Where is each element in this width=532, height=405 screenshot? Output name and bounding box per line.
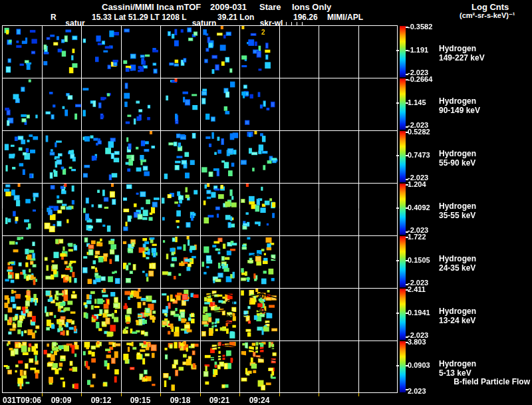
scale-mid: 0.7473 xyxy=(408,151,430,159)
colorbar-tick xyxy=(406,337,408,338)
species-label: Hydrogen xyxy=(439,96,480,106)
colorbar-tick xyxy=(406,207,408,209)
colorbar-row-6 xyxy=(400,289,406,340)
bfield-flow-label: B-field Particle Flow xyxy=(454,377,530,386)
org-label: MIMI/APL xyxy=(327,13,363,22)
channel-label-3: Hydrogen 55-90 keV xyxy=(439,149,476,168)
colorbar-row-4 xyxy=(400,184,406,235)
energy-label: 90-149 keV xyxy=(439,106,480,115)
scale-max: 3.803 xyxy=(408,338,426,346)
scale-max: 2.411 xyxy=(408,285,426,293)
scale-mid: 1.145 xyxy=(408,98,426,106)
mimi-inca-display: Cassini/MIMI Inca mTOF 2009-031 Stare Io… xyxy=(0,0,532,405)
spectrogram-panel-grid xyxy=(2,25,398,396)
spectrogram-canvas xyxy=(2,25,398,396)
time-tick-label: 09:12 xyxy=(91,396,112,405)
scale-mid: 0.0903 xyxy=(408,361,430,369)
colorbar-tick xyxy=(406,102,408,104)
colorbar-tick xyxy=(396,260,399,261)
r-label: R xyxy=(51,13,57,22)
time-tick-label: 09:15 xyxy=(130,396,151,405)
scale-max: -0.3582 xyxy=(408,23,432,31)
channel-label-7: Hydrogen 5-13 keV xyxy=(439,359,476,378)
lon-label: 39.21 Lon xyxy=(217,13,254,22)
energy-label: 149-227 keV xyxy=(439,53,485,63)
colorbar-tick xyxy=(406,389,408,390)
scale-max: 1.204 xyxy=(408,180,426,188)
scale-min: 2.023 xyxy=(408,387,426,395)
channel-label-5: Hydrogen 24-35 keV xyxy=(439,254,476,273)
species-label: Hydrogen xyxy=(439,359,476,368)
colorbar-tick xyxy=(406,284,408,285)
colorbar-tick xyxy=(406,179,408,180)
mode-label: Stare xyxy=(259,2,281,12)
scale-mid: 0.1941 xyxy=(408,309,430,317)
ion-mode-label: Ions Only xyxy=(292,2,331,12)
scale-mid: 0.4092 xyxy=(408,203,430,211)
time-tick-label: 09:24 xyxy=(249,396,270,405)
colorbar-tick xyxy=(406,365,408,366)
ephemeris-readout: 15.33 Lat 51.29 LT 1208 L xyxy=(92,13,187,22)
colorbar-tick xyxy=(406,50,408,51)
scale-max: 1.722 xyxy=(408,233,426,241)
colorbar-row-3 xyxy=(400,131,406,182)
colorbar-tick xyxy=(406,237,408,238)
colorbar-tick xyxy=(406,184,408,186)
scale-mid: 0.1505 xyxy=(408,256,430,264)
date-label: 2009-031 xyxy=(210,2,247,12)
colorbar-row-7 xyxy=(400,341,406,392)
time-tick-label: 09:18 xyxy=(170,396,191,405)
species-label: Hydrogen xyxy=(439,44,485,53)
energy-label: 55-90 keV xyxy=(439,158,476,168)
colorbar-tick xyxy=(396,102,399,104)
scale-max: -0.2664 xyxy=(408,75,432,83)
lon-value: 196.26 xyxy=(293,13,318,22)
colorbar-row-5 xyxy=(400,236,406,287)
energy-label: 5-13 keV xyxy=(439,368,476,378)
colorbar-tick xyxy=(406,79,408,80)
colorbar-row-2 xyxy=(400,78,406,130)
time-tick-label: 031T09:06 xyxy=(3,396,41,405)
channel-label-6: Hydrogen 13-24 keV xyxy=(439,307,476,325)
colorbar-tick xyxy=(396,50,399,51)
channel-label-2: Hydrogen 90-149 keV xyxy=(439,96,480,115)
colorbar-tick xyxy=(406,313,408,314)
time-tick-label: 09:21 xyxy=(209,396,230,405)
energy-label: 24-35 keV xyxy=(439,263,476,273)
colorbar-tick xyxy=(406,155,408,156)
colorbar-tick xyxy=(406,289,408,291)
colorbar-tick xyxy=(406,260,408,261)
colorbar-row-1 xyxy=(400,26,406,77)
colorbar-tick xyxy=(406,342,408,343)
time-tick-label: 09:09 xyxy=(51,396,72,405)
app-title: Cassini/MIMI Inca mTOF xyxy=(102,2,201,12)
channel-label-4: Hydrogen 35-55 keV xyxy=(439,202,476,220)
colorbar-title: Log Cnts xyxy=(471,2,509,12)
channel-label-1: Hydrogen 149-227 keV xyxy=(439,44,485,63)
energy-label: 13-24 keV xyxy=(439,316,476,325)
colorbar-tick xyxy=(406,231,408,233)
species-label: Hydrogen xyxy=(439,202,476,211)
colorbar-tick xyxy=(396,155,399,156)
species-label: Hydrogen xyxy=(439,254,476,263)
scale-mid: -1.191 xyxy=(408,46,428,54)
colorbar-tick xyxy=(406,132,408,133)
species-label: Hydrogen xyxy=(439,149,476,158)
colorbar-units: (cm²-sr-s-keV)⁻¹ xyxy=(460,11,515,20)
energy-label: 35-55 keV xyxy=(439,211,476,220)
colorbar-tick xyxy=(406,27,408,28)
colorbar-tick xyxy=(396,313,399,314)
colorbar-tick xyxy=(406,126,408,128)
species-label: Hydrogen xyxy=(439,307,476,316)
colorbar-tick xyxy=(406,74,408,75)
colorbar-tick xyxy=(396,207,399,209)
scale-max: 0.5282 xyxy=(408,128,430,136)
colorbar-tick xyxy=(396,365,399,366)
